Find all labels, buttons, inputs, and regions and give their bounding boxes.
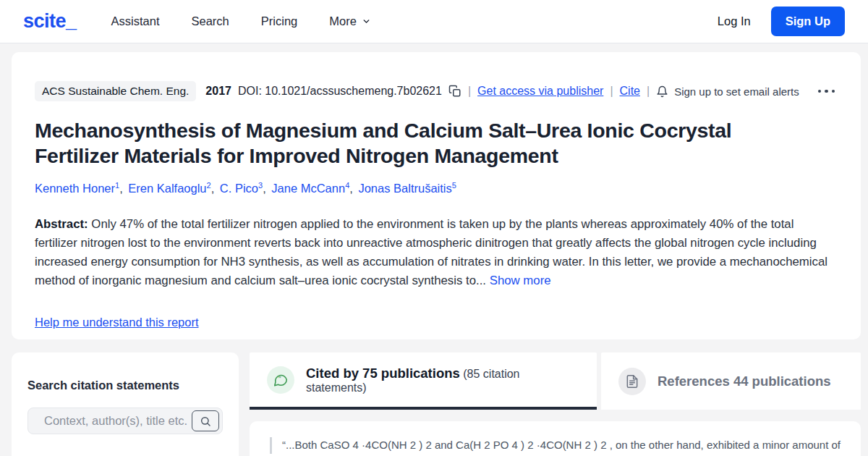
- tab-bar: ” Cited by 75 publications (85 citation …: [250, 352, 861, 410]
- cited-by-label: Cited by 75 publications (85 citation st…: [306, 366, 579, 394]
- top-navigation-bar: scite_ Assistant Search Pricing More Log…: [0, 0, 868, 43]
- show-more-link[interactable]: Show more: [490, 274, 551, 287]
- citation-statements-panel: “...Both CaSO 4 ·4CO(NH 2 ) 2 and Ca(H 2…: [250, 421, 861, 456]
- main-nav: Assistant Search Pricing More: [111, 14, 371, 28]
- citation-search-input[interactable]: [28, 414, 192, 428]
- author-link[interactable]: Jane McCann4: [271, 182, 349, 195]
- abstract-text: Only 47% of the total fertilizer nitroge…: [35, 217, 827, 287]
- citation-search-box: [27, 408, 223, 434]
- author-link[interactable]: Kenneth Honer1: [35, 182, 119, 195]
- citation-bubble-icon: ”: [267, 366, 294, 394]
- nav-more-label: More: [329, 14, 357, 28]
- nav-more[interactable]: More: [329, 14, 371, 28]
- separator: |: [610, 85, 613, 98]
- paper-title: Mechanosynthesis of Magnesium and Calciu…: [35, 118, 801, 169]
- separator: |: [468, 85, 471, 98]
- journal-badge[interactable]: ACS Sustainable Chem. Eng.: [35, 81, 196, 101]
- search-citation-sidebar: Search citation statements: [12, 352, 239, 456]
- nav-pricing[interactable]: Pricing: [261, 14, 297, 28]
- search-submit-button[interactable]: [192, 410, 219, 431]
- tab-references[interactable]: References 44 publications: [601, 352, 861, 410]
- scite-logo[interactable]: scite_: [23, 10, 77, 33]
- abstract: Abstract: Only 47% of the total fertiliz…: [35, 215, 838, 290]
- svg-text:”: ”: [278, 376, 282, 383]
- abstract-label: Abstract:: [35, 217, 88, 231]
- author-link[interactable]: C. Pico3: [220, 182, 263, 195]
- email-alerts-label: Sign up to set email alerts: [674, 85, 799, 98]
- search-icon: [200, 415, 211, 427]
- sidebar-heading: Search citation statements: [27, 379, 223, 392]
- signup-button[interactable]: Sign Up: [771, 7, 845, 36]
- nav-search[interactable]: Search: [192, 14, 229, 28]
- author-list: Kenneth Honer1, Eren Kalfaoglu2, C. Pico…: [35, 181, 838, 196]
- chevron-down-icon: [362, 17, 371, 26]
- author-link[interactable]: Jonas Baltrušaitis5: [358, 182, 456, 195]
- cite-link[interactable]: Cite: [620, 85, 640, 98]
- email-alerts[interactable]: Sign up to set email alerts: [656, 85, 799, 98]
- get-access-link[interactable]: Get access via publisher: [477, 85, 603, 98]
- references-label: References 44 publications: [658, 373, 831, 389]
- paper-meta-row: ACS Sustainable Chem. Eng. 2017 DOI: 10.…: [35, 81, 838, 101]
- copy-icon: [448, 85, 461, 98]
- document-icon: [618, 368, 646, 395]
- separator: |: [647, 85, 650, 98]
- citation-statement-quote: “...Both CaSO 4 ·4CO(NH 2 ) 2 and Ca(H 2…: [270, 437, 841, 454]
- nav-assistant[interactable]: Assistant: [111, 14, 160, 28]
- more-options-menu[interactable]: [815, 87, 838, 96]
- paper-report-card: ACS Sustainable Chem. Eng. 2017 DOI: 10.…: [12, 52, 861, 339]
- copy-doi-button[interactable]: [448, 85, 461, 98]
- author-link[interactable]: Eren Kalfaoglu2: [128, 182, 210, 195]
- tab-cited-by[interactable]: ” Cited by 75 publications (85 citation …: [250, 352, 597, 410]
- login-link[interactable]: Log In: [718, 14, 751, 28]
- publication-year: 2017: [205, 85, 231, 98]
- help-understand-link[interactable]: Help me understand this report: [35, 316, 199, 329]
- bell-icon: [656, 85, 668, 98]
- doi-text: DOI: 10.1021/acssuschemeng.7b02621: [238, 85, 442, 98]
